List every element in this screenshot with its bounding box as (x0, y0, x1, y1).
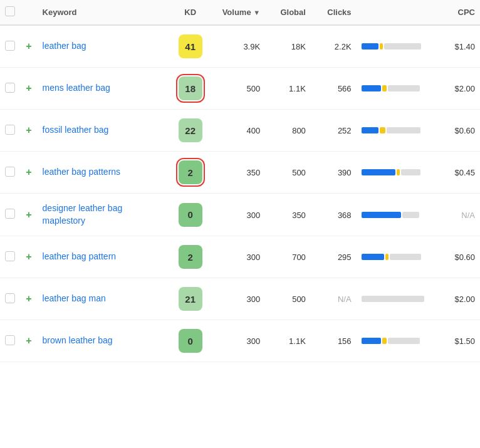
keyword-link-2[interactable]: fossil leather bag (43, 125, 109, 135)
clicks-value-4: 368 (338, 211, 352, 220)
row-checkbox-4[interactable] (5, 209, 15, 219)
add-keyword-button-6[interactable]: + (26, 293, 31, 304)
add-keyword-button-2[interactable]: + (26, 125, 31, 135)
bar-yellow-3 (397, 169, 400, 175)
keyword-link-3[interactable]: leather bag patterns (43, 167, 121, 177)
clicks-bar-2 (362, 127, 430, 134)
table-row: +designer leather bag maplestory03003503… (0, 194, 480, 236)
select-all-checkbox[interactable] (5, 6, 15, 16)
row-checkbox-2[interactable] (5, 125, 15, 135)
keyword-link-1[interactable]: mens leather bag (43, 83, 110, 93)
header-global[interactable]: Global (265, 0, 311, 25)
clicks-bar-7 (362, 337, 430, 345)
clicks-value-1: 566 (338, 84, 352, 93)
sort-arrow-volume: ▼ (253, 9, 260, 16)
header-bar (357, 0, 435, 25)
keyword-table-container: Keyword KD Volume ▼ Global Clicks CPC (0, 0, 480, 362)
cpc-value-4: N/A (461, 211, 475, 220)
bar-yellow-7 (382, 338, 387, 344)
header-checkbox-col (0, 0, 21, 25)
header-kd[interactable]: KD (167, 0, 213, 25)
clicks-value-0: 2.2K (335, 42, 352, 51)
volume-value-0: 3.9K (243, 42, 260, 51)
row-checkbox-0[interactable] (5, 41, 15, 51)
keyword-table: Keyword KD Volume ▼ Global Clicks CPC (0, 0, 480, 362)
global-value-6: 500 (292, 294, 306, 304)
add-keyword-button-3[interactable]: + (26, 167, 31, 177)
global-value-5: 700 (292, 253, 306, 262)
volume-value-6: 300 (246, 294, 260, 304)
bar-gray-5 (390, 254, 421, 260)
kd-badge-5: 2 (179, 245, 202, 269)
bar-yellow-2 (380, 127, 385, 133)
keyword-link-7[interactable]: brown leather bag (43, 335, 113, 345)
kd-badge-1: 18 (179, 76, 202, 100)
cpc-value-0: $1.40 (454, 42, 475, 51)
keyword-link-5[interactable]: leather bag pattern (43, 251, 117, 261)
header-clicks[interactable]: Clicks (311, 0, 357, 25)
cpc-value-7: $1.50 (454, 336, 475, 346)
add-keyword-button-1[interactable]: + (26, 83, 31, 93)
header-plus-col (21, 0, 37, 25)
volume-value-5: 300 (246, 253, 260, 262)
volume-value-4: 300 (246, 211, 260, 220)
volume-value-7: 300 (246, 336, 260, 346)
volume-value-2: 400 (246, 126, 260, 135)
table-row: +mens leather bag185001.1K566$2.00 (0, 68, 480, 110)
table-row: +fossil leather bag22400800252$0.60 (0, 110, 480, 152)
bar-gray-3 (401, 169, 420, 175)
kd-badge-4: 0 (179, 203, 202, 227)
kd-badge-2: 22 (179, 118, 202, 142)
clicks-value-2: 252 (338, 126, 352, 135)
row-checkbox-1[interactable] (5, 83, 15, 93)
table-row: +leather bag man21300500N/A$2.00 (0, 278, 480, 320)
volume-value-1: 500 (246, 84, 260, 93)
header-cpc[interactable]: CPC (434, 0, 480, 25)
bar-gray-2 (387, 127, 420, 133)
kd-badge-7: 0 (179, 329, 202, 353)
bar-yellow-0 (380, 43, 383, 49)
cpc-value-2: $0.60 (454, 126, 475, 135)
row-checkbox-3[interactable] (5, 167, 15, 177)
global-value-2: 800 (292, 126, 306, 135)
keyword-link-0[interactable]: leather bag (43, 41, 86, 51)
bar-gray-7 (388, 338, 420, 344)
cpc-value-5: $0.60 (454, 253, 475, 262)
clicks-bar-6 (362, 295, 430, 303)
row-checkbox-5[interactable] (5, 251, 15, 261)
bar-blue-0 (362, 43, 378, 49)
global-value-3: 500 (292, 168, 306, 177)
clicks-bar-5 (362, 253, 430, 261)
bar-yellow-1 (382, 85, 387, 91)
add-keyword-button-4[interactable]: + (26, 209, 31, 220)
kd-badge-3: 2 (179, 160, 202, 184)
bar-blue-5 (362, 254, 384, 260)
add-keyword-button-7[interactable]: + (26, 335, 31, 346)
clicks-bar-3 (362, 169, 430, 176)
clicks-bar-0 (362, 43, 430, 50)
table-row: +leather bag413.9K18K2.2K$1.40 (0, 25, 480, 68)
cpc-value-1: $2.00 (454, 84, 475, 93)
row-checkbox-7[interactable] (5, 335, 15, 345)
global-value-0: 18K (291, 42, 306, 51)
kd-badge-0: 41 (179, 34, 202, 58)
add-keyword-button-0[interactable]: + (26, 41, 31, 51)
cpc-value-3: $0.45 (454, 168, 475, 177)
clicks-value-6: N/A (338, 294, 352, 304)
table-row: +brown leather bag03001.1K156$1.50 (0, 320, 480, 362)
volume-value-3: 350 (246, 168, 260, 177)
kd-badge-6: 21 (179, 287, 202, 311)
header-volume[interactable]: Volume ▼ (213, 0, 265, 25)
row-checkbox-6[interactable] (5, 293, 15, 303)
table-row: +leather bag patterns2350500390$0.45 (0, 152, 480, 194)
add-keyword-button-5[interactable]: + (26, 251, 31, 262)
bar-blue-4 (362, 212, 401, 218)
cpc-value-6: $2.00 (454, 294, 475, 304)
global-value-7: 1.1K (289, 336, 306, 346)
keyword-link-6[interactable]: leather bag man (43, 293, 106, 303)
clicks-bar-4 (362, 211, 430, 219)
bar-gray-6 (362, 296, 424, 302)
table-header-row: Keyword KD Volume ▼ Global Clicks CPC (0, 0, 480, 25)
keyword-link-4[interactable]: designer leather bag maplestory (43, 203, 123, 226)
table-row: +leather bag pattern2300700295$0.60 (0, 236, 480, 278)
